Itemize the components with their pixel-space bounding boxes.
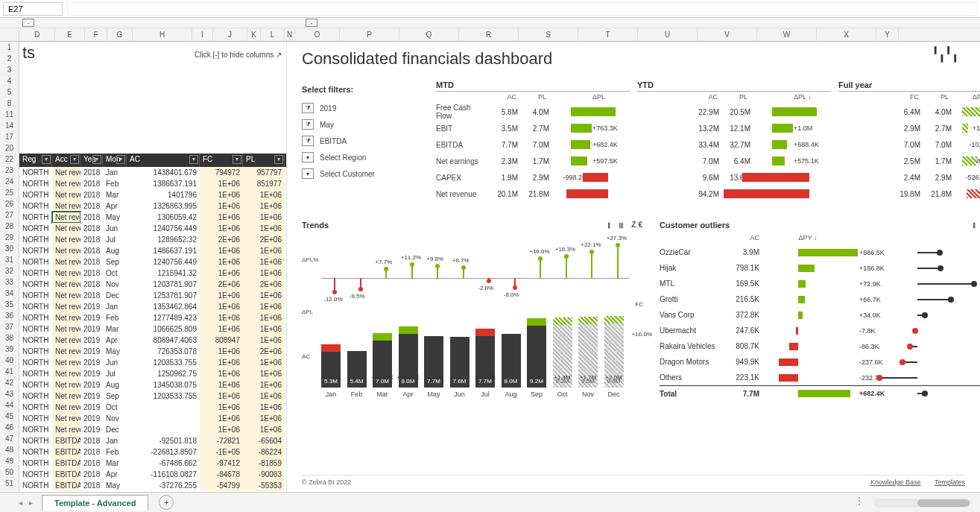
table-header-mon[interactable]: Mon▾ <box>103 154 127 167</box>
row-header-22[interactable]: 22 <box>0 154 19 165</box>
cell[interactable]: NORTH <box>19 223 52 234</box>
cell[interactable]: 1E+06 <box>243 268 285 279</box>
row-header-20[interactable]: 20 <box>0 142 19 154</box>
cell[interactable]: 1E+06 <box>200 391 243 402</box>
cell[interactable]: NORTH <box>19 234 52 245</box>
column-header-D[interactable]: D <box>19 28 55 41</box>
cell[interactable]: 1E+06 <box>200 223 243 234</box>
cell[interactable]: Nov <box>103 413 127 424</box>
kb-link[interactable]: Knowledge Base <box>870 478 921 486</box>
cell[interactable]: Oct <box>103 268 127 279</box>
cell[interactable]: 851977 <box>243 178 285 189</box>
row-header-35[interactable]: 35 <box>0 299 19 310</box>
table-row[interactable]: NORTHNet reve2018Jun1240756.4491E+061E+0… <box>19 223 286 234</box>
cell[interactable]: NORTH <box>19 167 52 178</box>
cell[interactable]: 794972 <box>200 167 243 178</box>
cell[interactable]: 2018 <box>80 279 103 290</box>
cell[interactable]: 2019 <box>80 335 103 346</box>
cell[interactable]: Aug <box>103 379 127 391</box>
row-header-45[interactable]: 45 <box>0 411 19 422</box>
cell[interactable]: 2019 <box>80 424 103 435</box>
cell[interactable]: -72821 <box>200 435 243 446</box>
cell[interactable]: Mar <box>103 323 127 335</box>
cell[interactable]: 1E+06 <box>243 212 285 223</box>
cell[interactable]: NORTH <box>19 469 52 480</box>
cell[interactable]: NORTH <box>19 290 52 301</box>
row-header-46[interactable]: 46 <box>0 422 19 433</box>
table-header-pl[interactable]: PL▾ <box>243 154 285 167</box>
cell[interactable]: 808947.4063 <box>127 335 200 346</box>
table-row[interactable]: NORTHNet reve2018Apr1326863.9951E+061E+0… <box>19 200 286 212</box>
cell[interactable]: NORTH <box>19 200 52 212</box>
row-header-30[interactable]: 30 <box>0 243 19 254</box>
cell[interactable]: Net reve <box>52 167 80 178</box>
column-header-E[interactable]: E <box>55 28 85 41</box>
row-header-2[interactable]: 2 <box>0 53 19 64</box>
cell[interactable]: NORTH <box>19 212 52 223</box>
cell[interactable]: 1E+06 <box>200 212 243 223</box>
cell[interactable]: 1E+06 <box>243 312 285 323</box>
chart-mode-icons-2[interactable]: ⫿ ⫼ Z€ <box>973 221 980 230</box>
table-row[interactable]: NORTHNet reve2019May726353.0781E+062E+06 <box>19 346 286 357</box>
cell[interactable]: -97412 <box>200 458 243 469</box>
column-header-S[interactable]: S <box>519 28 578 41</box>
cell[interactable]: Net reve <box>52 212 80 223</box>
column-header-V[interactable]: V <box>698 28 757 41</box>
cell[interactable]: NORTH <box>19 312 52 323</box>
cell[interactable]: 1E+06 <box>243 223 285 234</box>
row-header-34[interactable]: 34 <box>0 288 19 299</box>
table-row[interactable]: NORTHNet reve2019Dec1E+061E+06 <box>19 424 286 435</box>
cell[interactable]: 2019 <box>80 391 103 402</box>
cell[interactable]: 1E+06 <box>200 301 243 312</box>
cell[interactable]: 2018 <box>80 200 103 212</box>
row-header-11[interactable]: 11 <box>0 109 19 120</box>
chart-mode-icons[interactable]: ⫿ ⫼ Z€ <box>607 221 645 230</box>
cell[interactable]: 1E+06 <box>243 402 285 413</box>
cell[interactable]: Net reve <box>52 189 80 200</box>
cell[interactable] <box>127 402 200 413</box>
cell[interactable]: Aug <box>103 245 127 256</box>
cell[interactable]: NORTH <box>19 346 52 357</box>
table-row[interactable]: NORTHNet reve2018Nov1203781.9072E+062E+0… <box>19 279 286 290</box>
cell[interactable]: NORTH <box>19 357 52 368</box>
cell[interactable]: 1203533.755 <box>127 391 200 402</box>
cell[interactable]: 1240756.449 <box>127 223 200 234</box>
table-row[interactable]: NORTHEBITDA2018Apr-116108.0827-84678-900… <box>19 469 286 480</box>
cell[interactable]: Net reve <box>52 256 80 268</box>
table-row[interactable]: NORTHNet reve2019Feb1277489.4231E+061E+0… <box>19 312 286 323</box>
row-header-49[interactable]: 49 <box>0 455 19 467</box>
cell[interactable]: 2018 <box>80 178 103 189</box>
cell[interactable] <box>127 424 200 435</box>
cell[interactable]: 2E+06 <box>243 279 285 290</box>
cell[interactable]: Net reve <box>52 312 80 323</box>
cell[interactable]: 1386637.191 <box>127 178 200 189</box>
row-header-41[interactable]: 41 <box>0 366 19 377</box>
cell[interactable]: Net reve <box>52 223 80 234</box>
row-header-40[interactable]: 40 <box>0 355 19 366</box>
cell[interactable]: 1E+06 <box>243 335 285 346</box>
cell[interactable]: 1E+06 <box>200 312 243 323</box>
row-header-36[interactable]: 36 <box>0 310 19 321</box>
column-header-K[interactable]: K <box>247 28 261 41</box>
select-all-corner[interactable] <box>0 28 19 41</box>
cell[interactable]: NORTH <box>19 368 52 379</box>
cell[interactable]: NORTH <box>19 391 52 402</box>
cell[interactable]: 2019 <box>80 379 103 391</box>
cell[interactable]: -84678 <box>200 469 243 480</box>
cell[interactable]: Jul <box>103 368 127 379</box>
cell[interactable]: 1203533.755 <box>127 357 200 368</box>
column-header-R[interactable]: R <box>459 28 519 41</box>
cell[interactable]: 2019 <box>80 346 103 357</box>
cell[interactable]: 1E+06 <box>200 346 243 357</box>
cell[interactable]: NORTH <box>19 424 52 435</box>
tab-nav-prev[interactable]: ▸ <box>25 499 36 507</box>
cell[interactable]: 726353.078 <box>127 346 200 357</box>
row-header-39[interactable]: 39 <box>0 344 19 355</box>
row-header-5[interactable]: 5 <box>0 86 19 98</box>
cell[interactable]: Apr <box>103 200 127 212</box>
cell[interactable]: 1277489.423 <box>127 312 200 323</box>
cell[interactable]: NORTH <box>19 379 52 391</box>
table-row[interactable]: NORTHNet reve2018Mar14017961E+061E+06 <box>19 189 286 200</box>
row-header-29[interactable]: 29 <box>0 232 19 243</box>
cell[interactable]: Net reve <box>52 357 80 368</box>
